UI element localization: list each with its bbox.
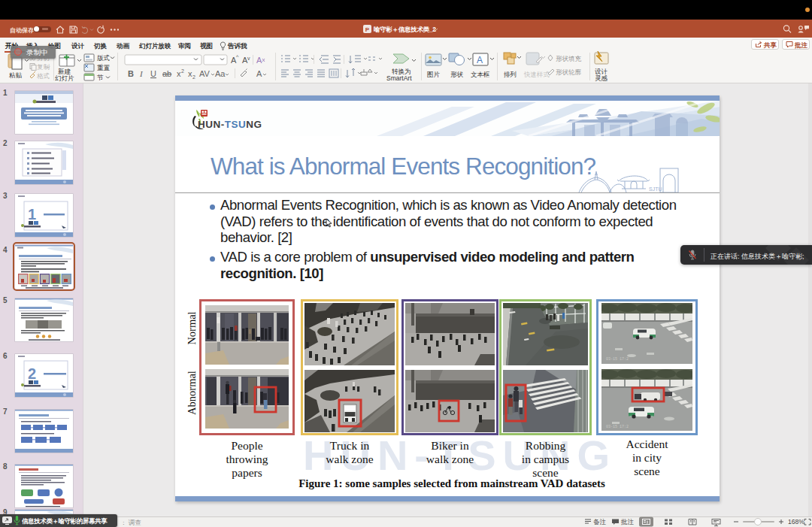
svg-text:B: B [128, 69, 134, 78]
svg-text:2: 2 [181, 68, 184, 74]
svg-text:备注: 备注 [593, 518, 607, 525]
svg-text:2: 2 [192, 74, 195, 80]
svg-text:文本框: 文本框 [471, 71, 490, 78]
svg-text:重置: 重置 [97, 64, 111, 71]
svg-text:幻灯片: 幻灯片 [55, 74, 74, 82]
svg-text:168%: 168% [788, 518, 804, 525]
svg-text:形状: 形状 [450, 71, 464, 78]
svg-text:节: 节 [97, 74, 104, 81]
svg-text:03-15 17:2: 03-15 17:2 [606, 425, 629, 429]
svg-text:Aa: Aa [215, 69, 226, 78]
svg-text:SmartArt: SmartArt [386, 74, 412, 82]
svg-text:HUN-TSUNG: HUN-TSUNG [198, 119, 262, 130]
svg-text:P: P [365, 26, 370, 33]
svg-text:版式: 版式 [97, 54, 110, 62]
svg-text:快速样式: 快速样式 [523, 71, 550, 78]
svg-text:1: 1 [28, 206, 36, 223]
svg-text:v: v [247, 56, 250, 61]
svg-text:A: A [256, 56, 262, 65]
svg-text:U: U [150, 69, 156, 78]
svg-text:粘贴: 粘贴 [9, 71, 23, 79]
svg-text:批注: 批注 [620, 518, 635, 525]
svg-text:^: ^ [236, 54, 239, 59]
svg-text:I: I [139, 69, 144, 78]
svg-text:复制: 复制 [37, 63, 50, 71]
svg-text:ab: ab [162, 69, 171, 78]
svg-text:灵感: 灵感 [595, 74, 608, 82]
svg-text:排列: 排列 [504, 71, 517, 78]
svg-text:图片: 图片 [427, 71, 441, 78]
svg-text:A: A [256, 69, 262, 78]
svg-text:A: A [477, 55, 483, 65]
svg-text:SJTU: SJTU [649, 186, 662, 192]
svg-text:2: 2 [28, 365, 36, 382]
svg-text:AV: AV [199, 69, 211, 78]
svg-text:格式: 格式 [37, 72, 50, 80]
svg-text:03-15 17:2: 03-15 17:2 [606, 357, 629, 362]
